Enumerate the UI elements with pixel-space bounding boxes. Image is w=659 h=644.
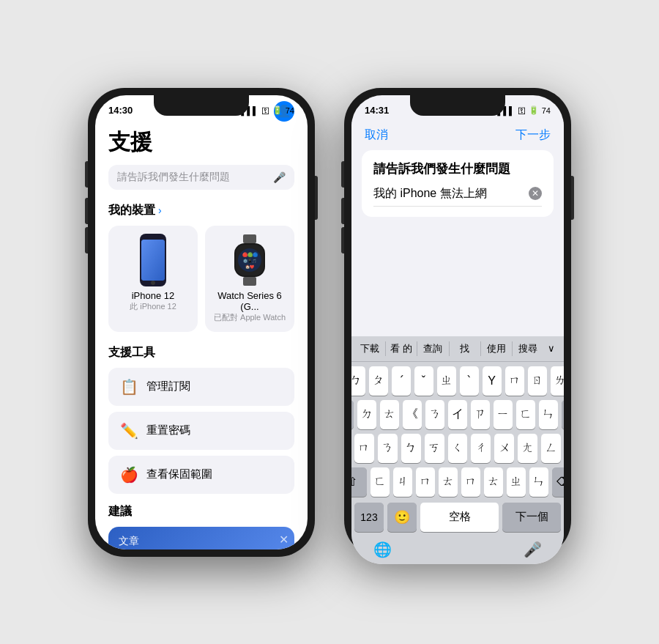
device-card-iphone[interactable]: iPhone 12 此 iPhone 12 <box>108 226 198 332</box>
my-devices-chevron[interactable]: › <box>158 204 162 216</box>
key-ㄇ3[interactable]: ㄇ <box>416 467 435 497</box>
kb-suggest-4[interactable]: 使用 <box>483 339 510 358</box>
key-ㄎ[interactable]: ㄎ <box>425 434 444 463</box>
key-ㄇ2[interactable]: ㄇ <box>354 434 374 463</box>
device-card-watch[interactable]: 🔴🟢🔵 ⚙️📱🎵 🏠❤️ Watch Series 6 (G... 已配對 Ap… <box>205 226 294 332</box>
watch-device-name: Watch Series 6 (G... <box>212 290 287 312</box>
key-ㄊ2[interactable]: ㄊ <box>439 467 458 497</box>
clear-button[interactable]: ✕ <box>529 187 542 200</box>
key-ㄉ[interactable]: ㄉ <box>357 400 376 429</box>
suggestion-close-icon[interactable]: ✕ <box>279 533 288 547</box>
key-ㄑ[interactable]: ㄑ <box>448 434 468 463</box>
kb-suggest-1[interactable]: 看 的 <box>387 339 415 358</box>
kb-suggest-2[interactable]: 查詢 <box>419 339 447 358</box>
key-ㄓ[interactable]: ㄓ <box>437 366 456 396</box>
tool-label-password: 重置密碼 <box>146 423 190 437</box>
num-key[interactable]: 123 <box>354 503 384 532</box>
key-ㄨ[interactable]: ㄨ <box>494 434 514 463</box>
status-icons-2: ▌▌▌ ⚿ 🔋 74 <box>497 106 551 115</box>
key-ㄅ[interactable]: ㄅ <box>351 366 365 396</box>
svg-text:🔴🟢🔵: 🔴🟢🔵 <box>242 252 258 258</box>
key-row-4: ⇧ ㄈ ㄐ ㄇ ㄊ ㄇ ㄊ ㄓ ㄣ ⌫ <box>354 467 561 497</box>
svg-rect-6 <box>243 277 256 286</box>
key-ㄊ[interactable]: ㄊ <box>380 400 399 429</box>
suggestion-label: 文章 <box>119 535 139 547</box>
kb-suggest-5[interactable]: 搜尋 <box>514 339 542 358</box>
key-delete[interactable]: ⌫ <box>552 467 564 497</box>
kb-suggest-0[interactable]: 下載 <box>356 339 384 358</box>
password-icon: ✏️ <box>119 421 139 441</box>
wifi-icon-2: ⚿ <box>518 106 526 115</box>
key-ㄇ[interactable]: ㄇ <box>505 366 524 396</box>
kb-expand-icon[interactable]: ∨ <box>543 340 559 357</box>
kb-divider-4 <box>512 341 513 356</box>
status-time-1: 14:30 <box>108 105 133 116</box>
tool-item-subscription[interactable]: 📋 管理訂閱 <box>108 368 294 406</box>
key-tone3[interactable]: ˇ <box>414 366 433 396</box>
key-ㄇ4[interactable]: ㄇ <box>461 467 480 497</box>
key-dark-1[interactable] <box>351 400 354 429</box>
phone2-nav-header: 取消 下一步 <box>351 122 564 150</box>
key-ㄥ[interactable]: ㄥ <box>541 434 561 463</box>
tool-label-subscription: 管理訂閱 <box>146 380 190 393</box>
key-ㄐ[interactable]: ㄐ <box>393 467 412 497</box>
svg-rect-2 <box>141 240 165 281</box>
key-ㄅ2[interactable]: ㄅ <box>401 434 421 463</box>
suggestion-card[interactable]: 文章 ✕ <box>108 527 294 549</box>
devices-grid: iPhone 12 此 iPhone 12 🔴� <box>108 226 294 332</box>
phone-1-screen: 14:30 ▌▌▌ ⚿ 🔋 74 👤 支援 <box>95 95 308 549</box>
phone-1: 14:30 ▌▌▌ ⚿ 🔋 74 👤 支援 <box>88 88 315 557</box>
key-ㄧ[interactable]: ㄧ <box>494 400 513 429</box>
key-shift[interactable]: ⇧ <box>351 467 367 497</box>
key-ㄊ3[interactable]: ㄊ <box>484 467 503 497</box>
key-row-2: ㄉ ㄊ 《 ㄋ イ ㄗ ㄧ ㄈ ㄣ <box>354 400 561 429</box>
keyboard-suggestions-row: 下載 看 的 查詢 找 使用 搜尋 ∨ <box>351 336 564 362</box>
svg-point-4 <box>151 281 155 285</box>
key-イ[interactable]: イ <box>448 400 467 429</box>
key-ㄣ2[interactable]: ㄣ <box>529 467 548 497</box>
key-ㄋ[interactable]: ㄋ <box>425 400 444 429</box>
next-button[interactable]: 下一步 <box>515 127 551 143</box>
cancel-button[interactable]: 取消 <box>365 127 388 143</box>
key-ㄈ2[interactable]: ㄈ <box>371 467 390 497</box>
page-title: 支援 <box>108 127 294 158</box>
key-ㄤ[interactable]: ㄤ <box>518 434 537 463</box>
battery-icon-2: 🔋 <box>529 106 539 115</box>
key-ㄈ[interactable]: ㄈ <box>516 400 535 429</box>
key-dark-2[interactable] <box>562 400 564 429</box>
key-rows: ㄅ ㄆ ˊ ˇ ㄓ ˋ Y ㄇ ㄖ ㄌ ㄉ <box>351 362 564 503</box>
kb-suggest-3[interactable]: 找 <box>451 339 479 358</box>
search-bar[interactable]: 請告訴我們發生什麼問題 🎤 <box>108 165 294 190</box>
iphone-device-name: iPhone 12 <box>132 290 175 301</box>
key-ㄆ[interactable]: ㄆ <box>369 366 388 396</box>
battery-icon-1: 🔋 <box>272 106 283 115</box>
input-text-value[interactable]: 我的 iPhone 無法上網 <box>373 186 529 201</box>
emoji-key[interactable]: 🙂 <box>387 503 417 532</box>
key-row-3: ㄇ ㄋ ㄅ ㄎ ㄑ ㄔ ㄨ ㄤ ㄥ <box>354 434 561 463</box>
spacebar-label: 空格 <box>449 510 471 524</box>
key-ㄗ[interactable]: ㄗ <box>471 400 490 429</box>
key-ㄌ[interactable]: ㄌ <box>551 366 565 396</box>
key-tone2[interactable]: ˊ <box>392 366 411 396</box>
key-ㄋ2[interactable]: ㄋ <box>378 434 398 463</box>
mic-key-icon[interactable]: 🎤 <box>524 541 542 558</box>
mic-icon[interactable]: 🎤 <box>273 171 286 183</box>
tool-item-warranty[interactable]: 🍎 查看保固範圍 <box>108 456 294 494</box>
kb-divider-0 <box>385 341 386 356</box>
keyboard-home-row: 🌐 🎤 <box>351 536 564 564</box>
key-ㄓ2[interactable]: ㄓ <box>507 467 526 497</box>
iphone-device-sub: 此 iPhone 12 <box>130 301 176 312</box>
status-icons-1: ▌▌▌ ⚿ 🔋 74 <box>241 106 294 115</box>
key-guillemet[interactable]: 《 <box>403 400 422 429</box>
key-ㄖ[interactable]: ㄖ <box>528 366 547 396</box>
globe-icon[interactable]: 🌐 <box>373 541 392 558</box>
spacebar-key[interactable]: 空格 <box>420 503 499 532</box>
key-ㄣ[interactable]: ㄣ <box>539 400 558 429</box>
key-Y[interactable]: Y <box>483 366 502 396</box>
tool-item-password[interactable]: ✏️ 重置密碼 <box>108 412 294 450</box>
key-ㄔ[interactable]: ㄔ <box>471 434 491 463</box>
input-row[interactable]: 我的 iPhone 無法上網 ✕ <box>373 186 542 207</box>
next-key[interactable]: 下一個 <box>502 503 561 532</box>
svg-text:⚙️📱🎵: ⚙️📱🎵 <box>243 259 257 264</box>
key-tone4[interactable]: ˋ <box>460 366 479 396</box>
